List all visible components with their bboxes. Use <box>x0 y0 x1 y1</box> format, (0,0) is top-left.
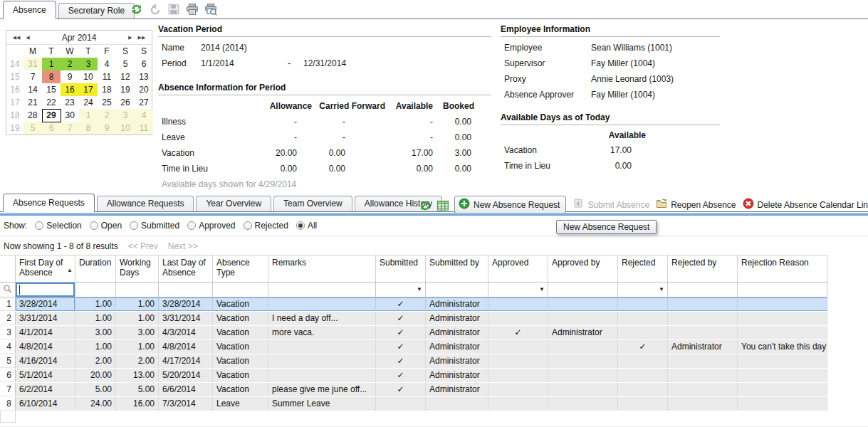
cell-working-days[interactable]: 1.00 <box>116 340 159 354</box>
refresh-icon[interactable] <box>130 3 143 16</box>
calendar-day[interactable]: 11 <box>98 70 116 83</box>
calendar-day[interactable]: 5 <box>23 122 42 135</box>
row-number[interactable]: 6 <box>0 369 16 382</box>
column-header-approved-by[interactable]: Approved by <box>548 255 618 282</box>
radio-button[interactable] <box>244 221 252 230</box>
absence-request-row[interactable]: 54/16/20142.002.004/17/2014Vacation✓Admi… <box>0 354 827 369</box>
cell-working-days[interactable]: 2.00 <box>116 354 159 368</box>
radio-rejected[interactable]: Rejected <box>244 221 288 231</box>
cell-absence-type[interactable]: Vacation <box>213 312 268 325</box>
radio-button[interactable] <box>296 221 305 230</box>
calendar-day[interactable]: 10 <box>79 70 98 83</box>
dropdown-arrow-icon[interactable]: ▼ <box>417 286 422 292</box>
row-number[interactable]: 5 <box>0 354 16 368</box>
cell-submitted-by[interactable]: Administrator <box>426 312 488 325</box>
cell-first-day-of-absence[interactable]: 4/1/2014 <box>16 326 75 339</box>
cell-last-day-of-absence[interactable]: 4/17/2014 <box>159 354 213 368</box>
tab-team-overview[interactable]: Team Overview <box>273 196 352 211</box>
cell-rejection-reason[interactable] <box>738 326 827 339</box>
calendar-day[interactable]: 8 <box>42 70 61 83</box>
calendar-day[interactable]: 28 <box>23 109 42 122</box>
cell-first-day-of-absence[interactable]: 6/2/2014 <box>16 383 75 396</box>
row-number[interactable]: 2 <box>0 312 16 325</box>
cell-rejection-reason[interactable] <box>738 354 827 368</box>
calendar-day[interactable]: 7 <box>61 122 79 135</box>
filter-input-first-day-of-absence[interactable] <box>16 283 75 297</box>
cell-rejection-reason[interactable] <box>738 312 827 325</box>
cell-approved-by[interactable] <box>548 297 618 311</box>
calendar-day[interactable]: 9 <box>61 70 79 83</box>
cell-remarks[interactable] <box>268 297 376 311</box>
next-page-link[interactable]: Next >> <box>168 241 198 251</box>
tab-year-overview[interactable]: Year Overview <box>196 196 271 211</box>
cell-duration[interactable]: 20.00 <box>75 369 116 382</box>
absence-request-row[interactable]: 13/28/20141.001.003/28/2014Vacation✓Admi… <box>0 297 827 312</box>
cell-submitted[interactable]: ✓ <box>376 383 426 396</box>
calendar-day[interactable]: 27 <box>135 96 153 109</box>
filter-input-rejected[interactable]: ▼ <box>618 283 668 297</box>
calendar-day[interactable]: 30 <box>61 109 79 122</box>
column-header-submitted-by[interactable]: Submitted by <box>426 255 488 282</box>
filter-input-absence-type[interactable] <box>213 283 268 297</box>
cell-first-day-of-absence[interactable]: 3/28/2014 <box>16 297 75 311</box>
column-header-last-day-of-absence[interactable]: Last Day of Absence <box>159 255 213 282</box>
cell-rejected[interactable] <box>618 297 668 311</box>
cell-remarks[interactable]: more vaca. <box>268 326 376 339</box>
calendar-day[interactable]: 5 <box>116 58 135 70</box>
cell-remarks[interactable] <box>268 340 376 354</box>
tab-absence[interactable]: Absence <box>3 1 56 19</box>
calendar-day[interactable]: 29 <box>42 109 61 122</box>
filter-input-last-day-of-absence[interactable] <box>159 283 213 297</box>
cell-rejected-by[interactable] <box>668 312 738 325</box>
cell-duration[interactable]: 1.00 <box>75 312 116 325</box>
cell-first-day-of-absence[interactable]: 4/8/2014 <box>16 340 75 354</box>
calendar-day[interactable]: 6 <box>42 122 61 135</box>
column-header-absence-type[interactable]: Absence Type <box>213 255 268 282</box>
filter-input-submitted[interactable]: ▼ <box>376 283 426 297</box>
filter-input-submitted-by[interactable] <box>426 283 488 297</box>
calendar-day[interactable]: 31 <box>23 58 42 70</box>
cell-remarks[interactable]: Summer Leave <box>268 397 376 411</box>
radio-submitted[interactable]: Submitted <box>130 221 179 231</box>
cell-submitted[interactable]: ✓ <box>376 354 426 368</box>
absence-request-row[interactable]: 23/31/20141.001.003/31/2014VacationI nee… <box>0 312 827 326</box>
calendar-first-month-icon[interactable]: ◀◀ <box>11 35 22 41</box>
calendar-day[interactable]: 23 <box>61 96 79 109</box>
cell-approved[interactable] <box>488 369 548 382</box>
filter-input-rejected-by[interactable] <box>668 283 738 297</box>
print-preview-icon[interactable] <box>204 3 217 16</box>
cell-duration[interactable]: 1.00 <box>75 297 116 311</box>
row-number[interactable]: 4 <box>0 340 16 354</box>
cell-duration[interactable]: 5.00 <box>75 383 116 396</box>
cell-duration[interactable]: 24.00 <box>75 397 116 411</box>
radio-button[interactable] <box>130 221 138 230</box>
cell-submitted[interactable]: ✓ <box>376 326 426 339</box>
cell-approved-by[interactable] <box>548 383 618 396</box>
cell-last-day-of-absence[interactable]: 3/28/2014 <box>159 297 213 311</box>
cell-rejected[interactable] <box>618 369 668 382</box>
cell-submitted[interactable]: ✓ <box>376 340 426 354</box>
cell-duration[interactable]: 3.00 <box>75 326 116 339</box>
cell-approved-by[interactable]: Administrator <box>548 326 618 339</box>
cell-approved[interactable] <box>488 312 548 325</box>
cell-approved[interactable] <box>488 383 548 396</box>
calendar-day[interactable]: 4 <box>135 109 153 122</box>
cell-submitted-by[interactable]: Administrator <box>426 297 488 311</box>
refresh-icon[interactable] <box>419 199 430 211</box>
tab-secretary-role[interactable]: Secretary Role <box>58 3 135 19</box>
cell-approved[interactable] <box>488 397 548 411</box>
cell-absence-type[interactable]: Vacation <box>213 297 268 311</box>
radio-button[interactable] <box>187 221 196 230</box>
prev-page-link[interactable]: << Prev <box>128 241 158 251</box>
dropdown-arrow-icon[interactable]: ▼ <box>539 286 545 292</box>
calendar-day[interactable]: 16 <box>61 83 79 96</box>
cell-rejected[interactable] <box>618 354 668 368</box>
cell-remarks[interactable]: please give me june off... <box>268 383 376 396</box>
cell-submitted-by[interactable] <box>426 397 488 411</box>
cell-working-days[interactable]: 16.00 <box>116 397 159 411</box>
filter-input-remarks[interactable] <box>268 283 376 297</box>
row-number[interactable]: 7 <box>0 383 16 396</box>
cell-approved[interactable] <box>488 297 548 311</box>
tab-absence-requests[interactable]: Absence Requests <box>3 194 95 212</box>
column-header-remarks[interactable]: Remarks <box>268 255 376 282</box>
